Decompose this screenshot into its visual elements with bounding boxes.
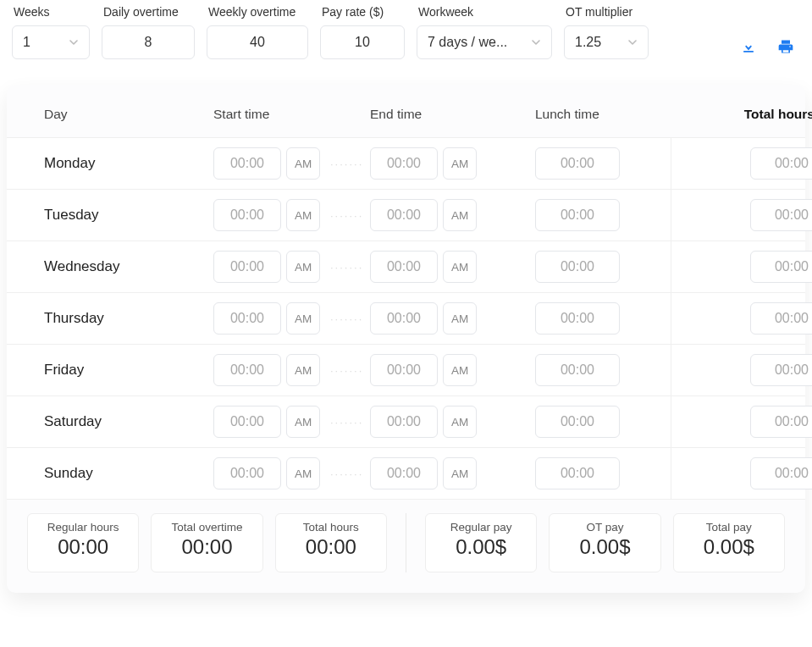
start-time-cell: 00:00 AM ······· bbox=[213, 251, 370, 283]
start-meridiem-toggle[interactable]: AM bbox=[286, 199, 320, 231]
time-range-separator: ······· bbox=[325, 158, 367, 170]
table-rows: Monday 00:00 AM ······· 00:00 AM 00:00 0… bbox=[7, 137, 805, 500]
workweek-label: Workweek bbox=[417, 5, 552, 19]
end-time-input[interactable]: 00:00 bbox=[370, 406, 438, 438]
start-time-cell: 00:00 AM ······· bbox=[213, 406, 370, 438]
pay-rate-input[interactable]: 10 bbox=[320, 25, 405, 59]
end-meridiem-toggle[interactable]: AM bbox=[443, 406, 477, 438]
total-hours-output: 00:00 bbox=[750, 302, 812, 335]
weekly-overtime-label: Weekly overtime bbox=[207, 5, 308, 19]
total-hours-cell: 00:00 bbox=[671, 241, 812, 292]
header-start: Start time bbox=[213, 107, 370, 122]
end-time-input[interactable]: 00:00 bbox=[370, 302, 438, 335]
weeks-select[interactable]: 1 bbox=[12, 25, 90, 59]
end-time-cell: 00:00 AM bbox=[370, 354, 535, 386]
end-meridiem-toggle[interactable]: AM bbox=[443, 147, 477, 180]
start-time-cell: 00:00 AM ······· bbox=[213, 302, 370, 335]
end-meridiem-toggle[interactable]: AM bbox=[443, 251, 477, 283]
chevron-down-icon bbox=[69, 37, 79, 47]
end-meridiem-toggle[interactable]: AM bbox=[443, 457, 477, 489]
lunch-time-input[interactable]: 00:00 bbox=[535, 251, 620, 283]
end-time-input[interactable]: 00:00 bbox=[370, 147, 438, 180]
weekly-overtime-value: 40 bbox=[250, 35, 265, 50]
lunch-time-input[interactable]: 00:00 bbox=[535, 147, 620, 180]
workweek-select[interactable]: 7 days / we... bbox=[417, 25, 552, 59]
end-time-input[interactable]: 00:00 bbox=[370, 199, 438, 231]
time-range-separator: ······· bbox=[325, 312, 367, 325]
download-button[interactable] bbox=[739, 39, 758, 58]
total-hours-cell: 00:00 bbox=[671, 448, 812, 499]
lunch-time-input[interactable]: 00:00 bbox=[535, 302, 620, 335]
lunch-time-cell: 00:00 bbox=[535, 354, 671, 386]
start-time-input[interactable]: 00:00 bbox=[213, 302, 281, 335]
total-hours-output: 00:00 bbox=[750, 199, 812, 231]
start-meridiem-toggle[interactable]: AM bbox=[286, 406, 320, 438]
end-meridiem-toggle[interactable]: AM bbox=[443, 354, 477, 386]
start-meridiem-toggle[interactable]: AM bbox=[286, 251, 320, 283]
start-time-input[interactable]: 00:00 bbox=[213, 457, 281, 489]
start-meridiem-toggle[interactable]: AM bbox=[286, 147, 320, 180]
time-range-separator: ······· bbox=[325, 467, 367, 480]
table-row: Monday 00:00 AM ······· 00:00 AM 00:00 0… bbox=[7, 137, 805, 189]
lunch-time-input[interactable]: 00:00 bbox=[535, 457, 620, 489]
end-time-input[interactable]: 00:00 bbox=[370, 354, 438, 386]
end-time-input[interactable]: 00:00 bbox=[370, 251, 438, 283]
print-button[interactable] bbox=[776, 39, 795, 58]
summary-total-ot: Total overtime 00:00 bbox=[151, 513, 262, 572]
top-controls: Weeks 1 Daily overtime 8 Weekly overtime… bbox=[7, 5, 805, 85]
table-row: Wednesday 00:00 AM ······· 00:00 AM 00:0… bbox=[7, 241, 805, 292]
day-name: Monday bbox=[44, 155, 213, 172]
print-icon bbox=[777, 38, 794, 58]
summary-regular-hours-value: 00:00 bbox=[58, 535, 108, 559]
pay-rate-value: 10 bbox=[355, 35, 370, 50]
end-time-input[interactable]: 00:00 bbox=[370, 457, 438, 489]
pay-rate-control: Pay rate ($) 10 bbox=[320, 5, 405, 59]
start-time-input[interactable]: 00:00 bbox=[213, 147, 281, 180]
summary-total-pay-label: Total pay bbox=[706, 521, 752, 534]
pay-rate-label: Pay rate ($) bbox=[320, 5, 405, 19]
lunch-time-cell: 00:00 bbox=[535, 199, 671, 231]
start-meridiem-toggle[interactable]: AM bbox=[286, 354, 320, 386]
start-meridiem-toggle[interactable]: AM bbox=[286, 302, 320, 335]
start-time-cell: 00:00 AM ······· bbox=[213, 457, 370, 489]
time-range-separator: ······· bbox=[325, 416, 367, 429]
workweek-value: 7 days / we... bbox=[428, 35, 507, 50]
start-time-input[interactable]: 00:00 bbox=[213, 406, 281, 438]
summary-total-pay: Total pay 0.00$ bbox=[673, 513, 785, 572]
summary-ot-pay: OT pay 0.00$ bbox=[549, 513, 660, 572]
summary-total-ot-label: Total overtime bbox=[171, 521, 242, 534]
start-time-cell: 00:00 AM ······· bbox=[213, 354, 370, 386]
end-time-cell: 00:00 AM bbox=[370, 302, 535, 335]
start-time-input[interactable]: 00:00 bbox=[213, 199, 281, 231]
end-time-cell: 00:00 AM bbox=[370, 147, 535, 180]
start-time-input[interactable]: 00:00 bbox=[213, 354, 281, 386]
weekly-overtime-input[interactable]: 40 bbox=[207, 25, 308, 59]
download-icon bbox=[740, 38, 757, 58]
chevron-down-icon bbox=[531, 37, 541, 47]
summary-regular-pay-value: 0.00$ bbox=[456, 535, 506, 559]
end-meridiem-toggle[interactable]: AM bbox=[443, 199, 477, 231]
summary-ot-pay-label: OT pay bbox=[586, 521, 623, 534]
total-hours-cell: 00:00 bbox=[671, 138, 812, 189]
lunch-time-input[interactable]: 00:00 bbox=[535, 199, 620, 231]
summary-pay-group: Regular pay 0.00$ OT pay 0.00$ Total pay… bbox=[406, 513, 785, 572]
summary-regular-pay: Regular pay 0.00$ bbox=[425, 513, 537, 572]
total-hours-output: 00:00 bbox=[750, 406, 812, 438]
lunch-time-input[interactable]: 00:00 bbox=[535, 406, 620, 438]
daily-overtime-label: Daily overtime bbox=[102, 5, 195, 19]
lunch-time-input[interactable]: 00:00 bbox=[535, 354, 620, 386]
end-meridiem-toggle[interactable]: AM bbox=[443, 302, 477, 335]
header-end: End time bbox=[370, 107, 535, 122]
day-name: Wednesday bbox=[44, 258, 213, 275]
daily-overtime-input[interactable]: 8 bbox=[102, 25, 195, 59]
summary-total-hours: Total hours 00:00 bbox=[275, 513, 387, 572]
day-name: Tuesday bbox=[44, 207, 213, 224]
total-hours-output: 00:00 bbox=[750, 457, 812, 489]
start-meridiem-toggle[interactable]: AM bbox=[286, 457, 320, 489]
summary-total-hours-value: 00:00 bbox=[306, 535, 356, 559]
start-time-input[interactable]: 00:00 bbox=[213, 251, 281, 283]
total-hours-cell: 00:00 bbox=[671, 345, 812, 395]
ot-multiplier-select[interactable]: 1.25 bbox=[564, 25, 649, 59]
lunch-time-cell: 00:00 bbox=[535, 251, 671, 283]
header-day: Day bbox=[44, 107, 213, 122]
